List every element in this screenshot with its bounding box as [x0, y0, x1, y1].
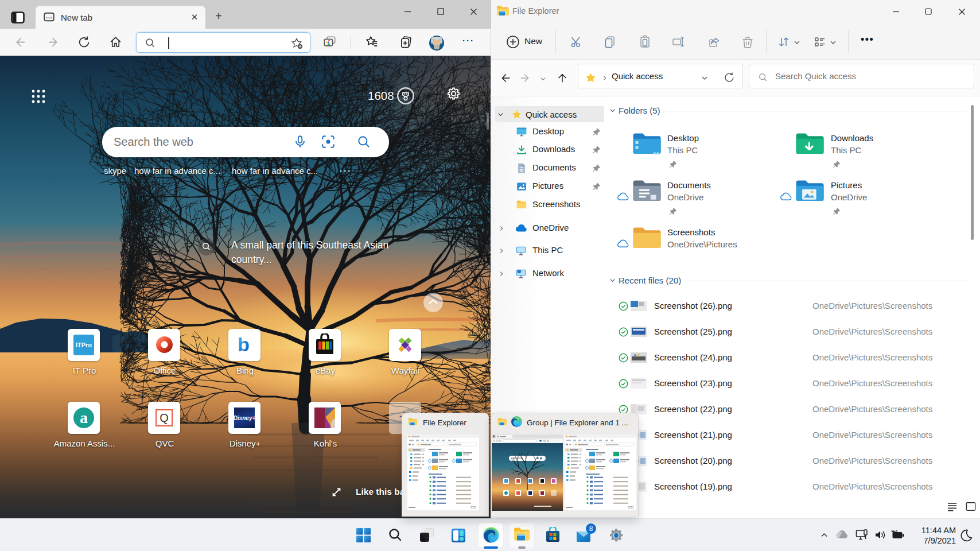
svg-text:b: b	[238, 334, 250, 355]
